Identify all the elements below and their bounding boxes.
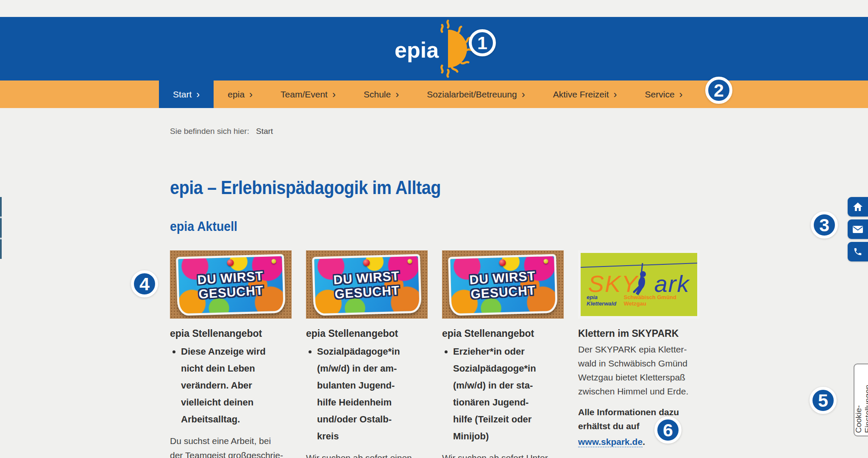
skypark-ark-text: ark — [654, 270, 690, 297]
news-cards: DU WIRST GESUCHT epia Stellenangebot Die… — [170, 250, 868, 458]
red-pin-icon — [499, 259, 506, 266]
red-pin-icon — [227, 259, 234, 266]
main-nav: Start › epia › Team/Event › Schule › Soz… — [0, 80, 868, 108]
card-bullet: Diese Anzeige wird nicht dein Leben verä… — [181, 343, 292, 428]
home-button[interactable] — [848, 197, 868, 217]
annotation-circle-5: 5 — [810, 387, 837, 414]
card-body: Wir suchen ab sofort einen — [306, 451, 428, 458]
annotation-circle-4: 4 — [131, 270, 158, 297]
home-icon — [853, 203, 862, 211]
card-title: Klettern im SKYPARK — [578, 327, 700, 340]
card-body: Du suchst eine Arbeit, bei der Teamgeist… — [170, 434, 292, 458]
annotation-circle-1: 1 — [469, 29, 496, 56]
logo-wordmark: epia — [395, 37, 439, 63]
news-card-skypark: SKYark epia Kletterwald Schwäbisch Gmünd… — [578, 250, 700, 458]
yellow-pin-icon — [543, 259, 548, 264]
skypark-logo-image[interactable]: SKYark epia Kletterwald Schwäbisch Gmünd… — [578, 250, 700, 319]
card-title: epia Stellenangebot — [442, 327, 564, 340]
nav-item-aktive-freizeit[interactable]: Aktive Freizeit › — [539, 80, 631, 108]
nav-item-sozialarbeit[interactable]: Sozialarbeit/Betreuung › — [413, 80, 539, 108]
link-suffix: . — [643, 437, 645, 447]
news-card: DU WIRST GESUCHT epia Stellenangebot Soz… — [306, 250, 428, 458]
nav-item-team-event[interactable]: Team/Event › — [267, 80, 350, 108]
news-card: DU WIRST GESUCHT epia Stellenangebot Erz… — [442, 250, 564, 458]
card-body: Wir suchen ab sofort Unter- — [442, 451, 564, 458]
yellow-pin-icon — [271, 259, 276, 264]
chevron-right-icon: › — [196, 89, 200, 100]
skypark-link[interactable]: www.skpark.de — [578, 437, 643, 447]
chevron-right-icon: › — [679, 89, 683, 100]
chevron-right-icon: › — [395, 89, 399, 100]
chevron-right-icon: › — [332, 89, 336, 100]
skypark-sky-text: SKY — [588, 270, 638, 297]
annotation-circle-6: 6 — [654, 416, 682, 444]
phone-button[interactable] — [848, 242, 868, 261]
du-wirst-gesucht-note: DU WIRST GESUCHT — [312, 254, 422, 316]
card-title: epia Stellenangebot — [306, 327, 428, 340]
du-wirst-gesucht-note: DU WIRST GESUCHT — [176, 254, 286, 316]
nav-item-service[interactable]: Service › — [631, 80, 697, 108]
job-poster-image[interactable]: DU WIRST GESUCHT — [442, 250, 564, 319]
quick-actions — [848, 197, 868, 264]
skypark-sub-left: epia Kletterwald — [587, 294, 624, 307]
top-strip — [0, 0, 868, 17]
chevron-right-icon: › — [522, 89, 525, 100]
skypark-sub-right: Schwäbisch Gmünd Wetzgau — [624, 294, 691, 307]
breadcrumb-current: Start — [256, 127, 273, 136]
mail-button[interactable] — [848, 219, 868, 239]
card-bullet: Erzieher*in oder Sozialpädagoge*in (m/w/… — [453, 343, 564, 445]
breadcrumb-label: Sie befinden sich hier: — [170, 127, 249, 136]
job-poster-image[interactable]: DU WIRST GESUCHT — [306, 250, 428, 319]
annotation-circle-3: 3 — [811, 211, 838, 239]
page-title: epia – Erlebnispädagogik im Alltag — [170, 177, 798, 199]
job-poster-image[interactable]: DU WIRST GESUCHT — [170, 250, 292, 319]
nav-item-schule[interactable]: Schule › — [350, 80, 413, 108]
news-card: DU WIRST GESUCHT epia Stellenangebot Die… — [170, 250, 292, 458]
red-pin-icon — [363, 259, 370, 266]
card-bullet: Sozialpädagoge*in (m/w/d) in der am- bul… — [317, 343, 428, 445]
annotation-circle-2: 2 — [705, 77, 732, 104]
section-title: epia Aktuell — [170, 218, 812, 235]
du-wirst-gesucht-note: DU WIRST GESUCHT — [448, 254, 558, 316]
logo[interactable]: epia — [385, 17, 483, 80]
mail-icon — [853, 226, 863, 233]
phone-icon — [853, 247, 862, 256]
chevron-right-icon: › — [249, 89, 253, 100]
card-body: Der SKYPARK epia Kletter- wald in Schwäb… — [578, 342, 700, 398]
breadcrumb: Sie befinden sich hier:Start — [0, 108, 868, 136]
chevron-right-icon: › — [614, 89, 617, 100]
card-title: epia Stellenangebot — [170, 327, 292, 340]
left-edge-buttons-sliver — [0, 197, 2, 259]
nav-item-start[interactable]: Start › — [159, 80, 214, 108]
cookie-settings-tab[interactable]: Cookie-Einstellungen — [854, 364, 868, 436]
site-header: epia — [0, 17, 868, 80]
nav-item-epia[interactable]: epia › — [214, 80, 267, 108]
yellow-pin-icon — [407, 259, 412, 264]
